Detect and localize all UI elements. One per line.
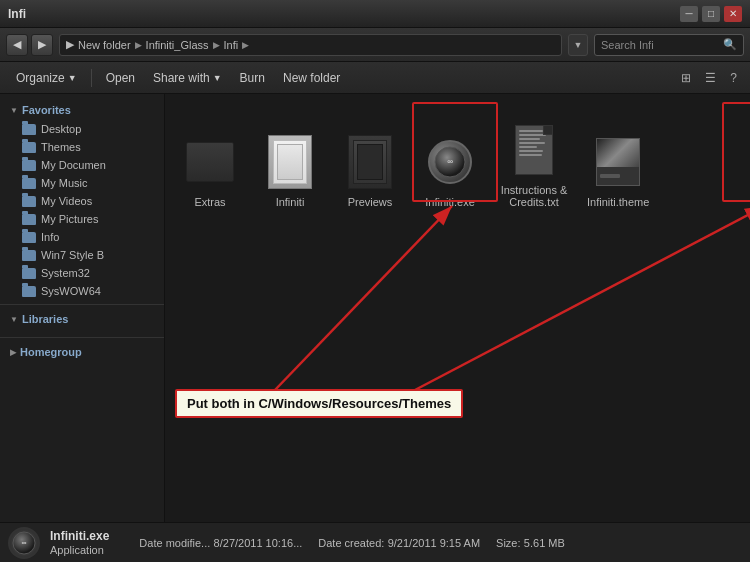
myvideos-folder-icon — [22, 196, 36, 207]
status-file-info: Infiniti.exe Application — [50, 529, 109, 557]
date-modified-label: Date modifie... — [139, 537, 210, 549]
burn-button[interactable]: Burn — [232, 67, 273, 89]
exe-icon: ∞ — [428, 140, 472, 184]
sidebar-item-mydocuments[interactable]: My Documen — [2, 156, 162, 174]
address-path[interactable]: ▶ New folder ▶ Infiniti_Glass ▶ Infi ▶ — [59, 34, 562, 56]
file-item-infiniti[interactable]: Infiniti — [255, 126, 325, 214]
status-filename: Infiniti.exe — [50, 529, 109, 543]
instructions-label: Instructions & Credits.txt — [499, 184, 569, 208]
sidebar-item-info[interactable]: Info — [2, 228, 162, 246]
search-icon: 🔍 — [723, 38, 737, 51]
new-folder-label: New folder — [283, 71, 340, 85]
info-folder-icon — [22, 232, 36, 243]
share-with-label: Share with — [153, 71, 210, 85]
sidebar-item-mymusic[interactable]: My Music — [2, 174, 162, 192]
sidebar-item-win7style[interactable]: Win7 Style B — [2, 246, 162, 264]
theme-preview — [597, 139, 639, 167]
extras-folder-icon — [186, 142, 234, 182]
file-item-previews[interactable]: Previews — [335, 126, 405, 214]
organize-dropdown-icon: ▼ — [68, 73, 77, 83]
win7-folder-icon — [22, 250, 36, 261]
svg-line-4 — [415, 206, 750, 390]
path-part-1: New folder — [78, 39, 131, 51]
theme-icon-container — [594, 132, 642, 192]
content-area: Extras Infiniti — [165, 94, 750, 522]
theme-label: Infiniti.theme — [587, 196, 649, 208]
theme-bar — [597, 167, 639, 185]
exe-label: Infiniti.exe — [425, 196, 475, 208]
sidebar-item-themes[interactable]: Themes — [2, 138, 162, 156]
sidebar-item-label: SysWOW64 — [41, 285, 101, 297]
search-placeholder: Search Infi — [601, 39, 654, 51]
favorites-header[interactable]: ▼ Favorites — [0, 100, 164, 120]
file-item-infiniti-exe[interactable]: ∞ Infiniti.exe — [415, 126, 485, 214]
path-arrow-2-icon: ▶ — [213, 40, 220, 50]
sidebar-item-mypictures[interactable]: My Pictures — [2, 210, 162, 228]
libraries-section: ▼ Libraries — [0, 304, 164, 333]
back-button[interactable]: ◀ — [6, 34, 28, 56]
svg-line-3 — [275, 206, 452, 390]
txt-icon-container — [510, 120, 558, 180]
minimize-button[interactable]: ─ — [680, 6, 698, 22]
search-box[interactable]: Search Infi 🔍 — [594, 34, 744, 56]
favorites-section: ▼ Favorites Desktop Themes My Documen My… — [0, 100, 164, 300]
sidebar-item-syswow64[interactable]: SysWOW64 — [2, 282, 162, 300]
sidebar-item-label: My Documen — [41, 159, 106, 171]
date-modified-value: 8/27/2011 10:16... — [214, 537, 303, 549]
syswow64-folder-icon — [22, 286, 36, 297]
exe-icon-container: ∞ — [426, 132, 474, 192]
sidebar-item-label: Info — [41, 231, 59, 243]
close-button[interactable]: ✕ — [724, 6, 742, 22]
size-label: Size: — [496, 537, 520, 549]
view-icon-button[interactable]: ⊞ — [676, 68, 696, 88]
address-dropdown[interactable]: ▼ — [568, 34, 588, 56]
status-bar: ∞ Infiniti.exe Application Date modifie.… — [0, 522, 750, 562]
sidebar-item-myvideos[interactable]: My Videos — [2, 192, 162, 210]
organize-label: Organize — [16, 71, 65, 85]
status-size: Size: 5.61 MB — [496, 536, 565, 550]
libraries-header[interactable]: ▼ Libraries — [0, 309, 164, 329]
file-item-instructions[interactable]: Instructions & Credits.txt — [495, 114, 573, 214]
status-filetype: Application — [50, 544, 104, 556]
sidebar-item-desktop[interactable]: Desktop — [2, 120, 162, 138]
mymusic-folder-icon — [22, 178, 36, 189]
burn-label: Burn — [240, 71, 265, 85]
file-item-extras[interactable]: Extras — [175, 126, 245, 214]
file-grid: Extras Infiniti — [175, 104, 740, 224]
infiniti-folder-icon-container — [266, 132, 314, 192]
infiniti-logo-small: ∞ — [10, 529, 38, 557]
libraries-chevron-icon: ▼ — [10, 315, 18, 324]
sidebar-item-label: Themes — [41, 141, 81, 153]
view-list-button[interactable]: ☰ — [700, 68, 721, 88]
new-folder-button[interactable]: New folder — [275, 67, 348, 89]
homegroup-header[interactable]: ▶ Homegroup — [0, 342, 164, 362]
sidebar-item-label: System32 — [41, 267, 90, 279]
toolbar-right: ⊞ ☰ ? — [676, 68, 742, 88]
forward-button[interactable]: ▶ — [31, 34, 53, 56]
infiniti-folder-icon — [268, 135, 312, 189]
favorites-label: Favorites — [22, 104, 71, 116]
path-part-3: Infi — [224, 39, 239, 51]
homegroup-section: ▶ Homegroup — [0, 337, 164, 366]
homegroup-label: Homegroup — [20, 346, 82, 358]
instruction-box: Put both in C/Windows/Resources/Themes — [175, 389, 463, 418]
maximize-button[interactable]: □ — [702, 6, 720, 22]
share-with-button[interactable]: Share with ▼ — [145, 67, 230, 89]
organize-button[interactable]: Organize ▼ — [8, 67, 85, 89]
size-value: 5.61 MB — [524, 537, 565, 549]
help-button[interactable]: ? — [725, 68, 742, 88]
extras-icon — [186, 132, 234, 192]
sidebar-item-label: Win7 Style B — [41, 249, 104, 261]
toolbar: Organize ▼ Open Share with ▼ Burn New fo… — [0, 62, 750, 94]
open-button[interactable]: Open — [98, 67, 143, 89]
homegroup-chevron-icon: ▶ — [10, 348, 16, 357]
file-item-theme[interactable]: Infiniti.theme — [583, 126, 653, 214]
previews-label: Previews — [348, 196, 393, 208]
nav-buttons: ◀ ▶ — [6, 34, 53, 56]
status-date-modified: Date modifie... 8/27/2011 10:16... — [139, 536, 302, 550]
status-dates: Date modifie... 8/27/2011 10:16... Date … — [139, 536, 564, 550]
sidebar-item-system32[interactable]: System32 — [2, 264, 162, 282]
title-bar: Infi ─ □ ✕ — [0, 0, 750, 28]
extras-label: Extras — [194, 196, 225, 208]
infiniti-logo-svg: ∞ — [434, 146, 466, 178]
